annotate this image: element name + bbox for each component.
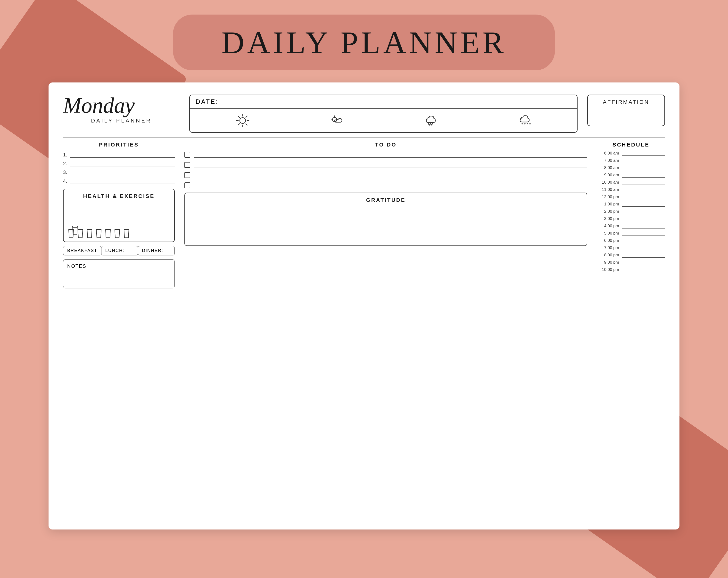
main-content: PRIORITIES 1. 2. 3. 4. [63,142,665,508]
svg-point-0 [240,118,245,123]
priority-num-3: 3. [63,169,67,175]
schedule-line-1200pm[interactable] [622,195,665,199]
schedule-line-100pm[interactable] [622,202,665,207]
middle-column: TO DO GRAT [180,142,592,508]
planner-card: Monday DAILY PLANNER DATE: [49,82,679,529]
time-500pm: 5:00 pm [597,231,619,236]
partly-cloudy-icon [329,113,344,128]
glass-7 [113,229,121,238]
svg-line-14 [430,123,431,126]
schedule-line-900am[interactable] [622,173,665,177]
schedule-line-500pm[interactable] [622,231,665,236]
left-column: PRIORITIES 1. 2. 3. 4. [63,142,180,508]
todo-line-2[interactable] [194,162,587,168]
svg-line-8 [238,124,239,125]
todo-line-1[interactable] [194,152,587,158]
schedule-line-600am[interactable] [622,151,665,156]
glass-4 [86,229,93,238]
rainy-icon [423,113,438,128]
time-900am: 9:00 am [597,173,619,177]
todo-checkbox-3[interactable] [184,172,190,178]
glass-1 [71,226,79,235]
todo-checkbox-2[interactable] [184,162,190,168]
schedule-column: SCHEDULE 6:00 am 7:00 am 8:00 am 9:00 am… [592,142,665,508]
priority-line-3[interactable] [70,169,175,175]
priority-item-2: 2. [63,161,175,166]
schedule-1100am: 11:00 am [597,187,665,192]
health-header: HEALTH & EXERCISE [68,193,171,199]
breakfast-box[interactable]: BREAKFAST [63,246,101,255]
schedule-line-1000pm[interactable] [622,267,665,272]
schedule-700am: 7:00 am [597,158,665,163]
affirmation-label: AFFIRMATION [593,99,659,105]
time-600pm: 6:00 pm [597,238,619,243]
priority-line-4[interactable] [70,178,175,184]
time-1000pm: 10:00 pm [597,267,619,272]
priorities-header: PRIORITIES [63,142,175,148]
todo-checkbox-1[interactable] [184,152,190,158]
todo-item-2 [184,162,587,168]
schedule-900am: 9:00 am [597,173,665,177]
schedule-line-600pm[interactable] [622,238,665,243]
day-name: Monday [63,94,180,116]
todo-line-3[interactable] [194,172,587,178]
todo-item-4 [184,183,587,188]
time-200pm: 2:00 pm [597,209,619,214]
title-pill: DAILY PLANNER [173,15,555,70]
meals-row: BREAKFAST LUNCH: DINNER: [63,246,175,255]
schedule-line-400pm[interactable] [622,224,665,228]
weather-icons-row: * * * * [190,109,577,132]
todo-line-4[interactable] [194,183,587,188]
schedule-line-700pm[interactable] [622,245,665,250]
schedule-line-1100am[interactable] [622,187,665,192]
breakfast-label: BREAKFAST [67,248,97,253]
date-weather-box: DATE: [189,94,577,133]
gratitude-box[interactable]: GRATITUDE [184,193,587,246]
snowy-icon: * * * * [517,113,532,128]
priority-line-1[interactable] [70,152,175,158]
schedule-300pm: 3:00 pm [597,216,665,221]
notes-box[interactable]: NOTES: [63,259,175,288]
time-1100am: 11:00 am [597,187,619,192]
day-section: Monday DAILY PLANNER [63,94,180,124]
schedule-600pm: 6:00 pm [597,238,665,243]
schedule-line-800pm[interactable] [622,253,665,257]
schedule-800pm: 8:00 pm [597,253,665,257]
glass-6 [104,229,112,238]
schedule-line-800am[interactable] [622,165,665,170]
glass-8 [123,229,130,238]
schedule-700pm: 7:00 pm [597,245,665,250]
priority-num-1: 1. [63,152,67,158]
day-subtitle: DAILY PLANNER [63,118,180,124]
schedule-100pm: 1:00 pm [597,202,665,207]
lunch-box[interactable]: LUNCH: [101,246,138,255]
schedule-line-left [597,145,609,145]
schedule-1200pm: 12:00 pm [597,195,665,199]
schedule-line-900pm[interactable] [622,260,665,265]
schedule-line-300pm[interactable] [622,216,665,221]
dinner-box[interactable]: DINNER: [138,246,175,255]
todo-checkbox-4[interactable] [184,183,190,188]
priority-line-2[interactable] [70,161,175,166]
planner-header: Monday DAILY PLANNER DATE: [63,94,665,133]
schedule-1000pm: 10:00 pm [597,267,665,272]
lunch-label: LUNCH: [105,248,125,253]
priority-num-4: 4. [63,178,67,184]
dinner-label: DINNER: [142,248,163,253]
time-700pm: 7:00 pm [597,245,619,250]
date-label: DATE: [190,95,577,109]
schedule-line-700am[interactable] [622,158,665,163]
schedule-line-1000am[interactable] [622,180,665,185]
priority-item-4: 4. [63,178,175,184]
health-exercise-box: HEALTH & EXERCISE [63,189,175,242]
water-glasses-row [68,229,130,238]
svg-line-5 [238,116,239,117]
time-700am: 7:00 am [597,158,619,163]
schedule-500pm: 5:00 pm [597,231,665,236]
schedule-line-right [652,145,665,145]
schedule-600am: 6:00 am [597,151,665,156]
schedule-line-200pm[interactable] [622,209,665,214]
time-800pm: 8:00 pm [597,253,619,257]
time-600am: 6:00 am [597,151,619,156]
svg-line-13 [428,123,428,126]
